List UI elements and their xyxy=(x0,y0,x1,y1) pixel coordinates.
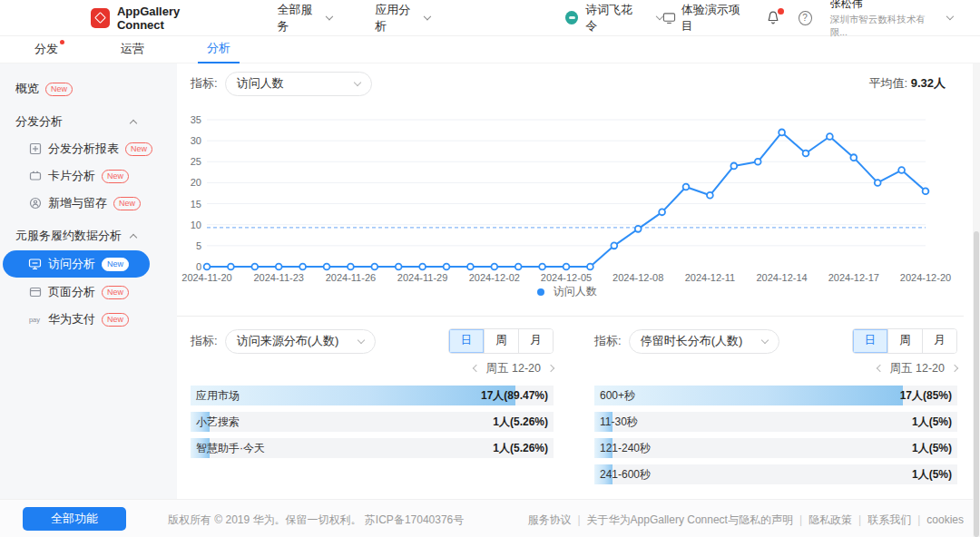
data-point[interactable] xyxy=(324,264,330,270)
footer-link-0[interactable]: 服务协议 xyxy=(527,513,571,526)
all-features-button[interactable]: 全部功能 xyxy=(23,507,126,531)
data-point[interactable] xyxy=(755,159,761,165)
footer-link-1[interactable]: 关于华为AppGallery Connect与隐私的声明 xyxy=(587,513,793,526)
bar-value: 1人(5.26%) xyxy=(493,438,548,458)
help-icon[interactable]: ? xyxy=(799,11,812,25)
x-tick-label: 2024-12-02 xyxy=(469,272,520,283)
data-point[interactable] xyxy=(228,264,234,270)
sidebar-item-2[interactable]: 分发分析报表New xyxy=(0,136,177,161)
data-point[interactable] xyxy=(564,264,570,270)
sidebar-item-3[interactable]: 卡片分析New xyxy=(0,163,177,189)
period-button-周[interactable]: 周 xyxy=(484,329,518,353)
data-point[interactable] xyxy=(827,133,833,140)
scrollbar-thumb[interactable] xyxy=(974,231,979,537)
data-point[interactable] xyxy=(467,264,474,270)
tab-distribution[interactable]: 分发 xyxy=(34,36,58,63)
data-point[interactable] xyxy=(875,180,881,186)
notifications-bell[interactable] xyxy=(766,10,780,25)
prev-date-arrow[interactable] xyxy=(876,365,883,372)
sidebar-item-8[interactable]: pay华为支付New xyxy=(0,307,177,332)
bar-row[interactable]: 小艺搜索1人(5.26%) xyxy=(191,412,554,432)
period-button-日[interactable]: 日 xyxy=(853,329,887,353)
project-selector[interactable]: 诗词飞花令 xyxy=(565,2,662,34)
data-point[interactable] xyxy=(539,264,545,270)
y-tick-label: 25 xyxy=(191,156,201,167)
bar-label: 小艺搜索 xyxy=(196,412,240,432)
data-point[interactable] xyxy=(515,264,522,270)
source-metric-select[interactable]: 访问来源分布(人数) xyxy=(225,329,376,354)
brand-name: AppGallery Connect xyxy=(117,5,225,32)
bar-fill xyxy=(594,386,903,405)
data-point[interactable] xyxy=(898,167,905,173)
x-tick-label: 2024-12-08 xyxy=(612,272,663,283)
report-icon xyxy=(28,142,42,156)
period-button-周[interactable]: 周 xyxy=(887,329,922,353)
data-point[interactable] xyxy=(707,192,713,199)
data-point[interactable] xyxy=(730,163,737,170)
sidebar-item-4[interactable]: 新增与留存New xyxy=(0,190,177,216)
data-point[interactable] xyxy=(683,184,690,190)
next-date-arrow[interactable] xyxy=(547,365,554,372)
tab-operations[interactable]: 运营 xyxy=(121,36,144,63)
sidebar-item-label: 访问分析 xyxy=(48,256,95,272)
data-point[interactable] xyxy=(611,242,617,249)
period-button-月[interactable]: 月 xyxy=(518,329,553,353)
bar-row[interactable]: 121-240秒1人(5%) xyxy=(594,438,957,458)
x-tick-label: 2024-12-14 xyxy=(756,272,807,283)
bar-row[interactable]: 应用市场17人(89.47%) xyxy=(191,386,554,405)
data-point[interactable] xyxy=(371,264,377,270)
data-point[interactable] xyxy=(803,151,809,157)
data-point[interactable] xyxy=(659,209,665,215)
tab-analysis[interactable]: 分析 xyxy=(198,36,240,63)
collapse-icon[interactable] xyxy=(130,119,137,126)
data-point[interactable] xyxy=(491,264,497,270)
data-point[interactable] xyxy=(850,154,857,161)
bar-row[interactable]: 241-600秒1人(5%) xyxy=(594,464,957,484)
footer-link-4[interactable]: cookies xyxy=(926,513,964,526)
user-menu[interactable]: 张松伟 深圳市智云数科技术有限... xyxy=(830,0,953,39)
sidebar-item-7[interactable]: 页面分析New xyxy=(0,279,177,305)
data-point[interactable] xyxy=(348,264,354,270)
data-point[interactable] xyxy=(204,264,211,270)
data-point[interactable] xyxy=(251,264,258,270)
collapse-icon[interactable] xyxy=(130,233,137,240)
x-tick-label: 2024-11-23 xyxy=(253,272,303,283)
chart-legend[interactable]: 访问人数 xyxy=(181,284,953,299)
nav-all-services[interactable]: 全部服务 xyxy=(278,2,332,34)
data-point[interactable] xyxy=(779,129,785,135)
bar-row[interactable]: 智慧助手·今天1人(5.26%) xyxy=(191,438,554,458)
period-button-月[interactable]: 月 xyxy=(922,329,956,353)
data-point[interactable] xyxy=(635,226,642,232)
sidebar-item-label: 概览 xyxy=(15,81,39,97)
prev-date-arrow[interactable] xyxy=(472,365,479,372)
bar-row[interactable]: 11-30秒1人(5%) xyxy=(594,412,957,432)
data-point[interactable] xyxy=(299,264,306,270)
next-date-arrow[interactable] xyxy=(951,365,958,372)
data-point[interactable] xyxy=(276,264,282,270)
user-name: 张松伟 xyxy=(830,0,936,12)
sidebar-group-5[interactable]: 元服务履约数据分析 xyxy=(0,223,177,249)
y-tick-label: 35 xyxy=(191,114,201,125)
sidebar-group-1[interactable]: 分发分析 xyxy=(0,109,177,134)
period-button-日[interactable]: 日 xyxy=(449,329,484,353)
data-point[interactable] xyxy=(923,188,929,194)
nav-app-analysis[interactable]: 应用分析 xyxy=(375,2,429,34)
bar-row[interactable]: 600+秒17人(85%) xyxy=(594,386,957,405)
y-tick-label: 20 xyxy=(191,177,201,188)
footer-link-3[interactable]: 联系我们 xyxy=(867,513,911,526)
data-point[interactable] xyxy=(444,264,450,270)
data-point[interactable] xyxy=(587,264,593,270)
data-point[interactable] xyxy=(396,264,402,270)
metric-select[interactable]: 访问人数 xyxy=(225,72,372,96)
data-point[interactable] xyxy=(419,264,426,270)
user-org: 深圳市智云数科技术有限... xyxy=(830,14,936,39)
sidebar-item-0[interactable]: 概览New xyxy=(0,76,177,102)
footer-link-2[interactable]: 隐私政策 xyxy=(808,513,852,526)
brand[interactable]: AppGallery Connect xyxy=(91,5,225,32)
pay-icon: pay xyxy=(28,313,42,327)
scrollbar-track[interactable] xyxy=(973,63,980,537)
duration-metric-select[interactable]: 停留时长分布(人数) xyxy=(629,329,779,354)
demo-project-link[interactable]: 体验演示项目 xyxy=(662,2,748,34)
new-badge: New xyxy=(102,313,129,327)
sidebar-item-6[interactable]: 访问分析New xyxy=(3,250,150,278)
